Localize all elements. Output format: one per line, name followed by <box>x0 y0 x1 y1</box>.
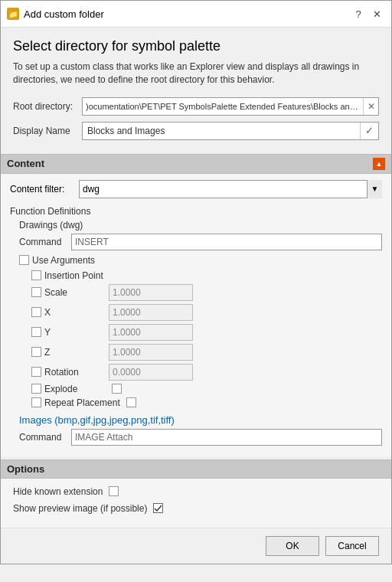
show-preview-row: Show preview image (if possible) <box>13 503 379 514</box>
ok-button[interactable]: OK <box>266 536 319 556</box>
hide-extension-row: Hide known extension <box>13 486 379 497</box>
filter-select[interactable]: dwg <box>79 180 382 198</box>
scale-label: Scale <box>44 287 106 298</box>
explode-checkbox[interactable] <box>31 384 41 394</box>
y-label: Y <box>44 327 106 338</box>
command-row: Command <box>19 234 382 250</box>
repeat-placement-value-checkbox[interactable] <box>126 397 136 407</box>
x-row: X <box>31 304 382 321</box>
explode-value-checkbox[interactable] <box>112 384 122 394</box>
page-title: Select directory for symbol palette <box>13 38 379 54</box>
rotation-label: Rotation <box>44 367 106 378</box>
content-filter-row: Content filter: dwg ▼ <box>10 180 382 198</box>
z-checkbox[interactable] <box>31 347 41 357</box>
content-section-body: Content filter: dwg ▼ Function Definitio… <box>1 174 391 456</box>
root-directory-clear-button[interactable]: ✕ <box>363 98 378 115</box>
y-input[interactable] <box>109 324 193 341</box>
cancel-button[interactable]: Cancel <box>325 536 379 556</box>
options-section-label: Options <box>7 463 44 475</box>
display-name-label: Display Name <box>13 126 82 136</box>
repeat-placement-checkbox[interactable] <box>31 397 41 407</box>
images-command-label: Command <box>19 432 71 443</box>
repeat-placement-label: Repeat Placement <box>44 397 120 408</box>
insertion-point-label: Insertion Point <box>44 270 106 281</box>
insertion-point-row: Insertion Point <box>31 270 382 281</box>
root-directory-input[interactable] <box>83 102 363 111</box>
options-section-header: Options <box>1 459 391 479</box>
repeat-placement-row: Repeat Placement <box>31 397 382 408</box>
hide-extension-checkbox[interactable] <box>109 486 119 496</box>
scale-input[interactable] <box>109 284 193 301</box>
content-section-header: Content <box>1 154 391 174</box>
content-section-toggle[interactable] <box>373 158 385 170</box>
z-input[interactable] <box>109 344 193 361</box>
rotation-row: Rotation <box>31 364 382 381</box>
images-command-input[interactable] <box>71 429 382 446</box>
show-preview-checkbox[interactable] <box>153 503 163 513</box>
show-preview-label: Show preview image (if possible) <box>13 503 147 514</box>
scale-checkbox[interactable] <box>31 287 41 297</box>
app-icon: 📁 <box>7 8 19 20</box>
explode-label: Explode <box>44 384 106 394</box>
window-title: Add custom folder <box>24 8 104 20</box>
hide-extension-label: Hide known extension <box>13 486 103 497</box>
display-name-check-icon: ✓ <box>360 123 378 139</box>
insertion-point-checkbox[interactable] <box>31 270 41 280</box>
explode-row: Explode <box>31 384 382 394</box>
content-area: Select directory for symbol palette To s… <box>1 28 391 154</box>
content-filter-label: Content filter: <box>10 184 79 195</box>
images-extensions: (bmp,gif,jpg,jpeg,png,tif,tiff) <box>54 414 175 426</box>
footer: OK Cancel <box>1 528 391 564</box>
images-command-row: Command <box>19 429 382 446</box>
content-section-label: Content <box>7 158 44 169</box>
y-row: Y <box>31 324 382 341</box>
use-arguments-label: Use Arguments <box>32 255 95 266</box>
drawings-label: Drawings (dwg) <box>19 220 382 231</box>
display-name-input[interactable] <box>83 126 360 136</box>
main-window: 📁 Add custom folder ? ✕ Select directory… <box>0 0 392 564</box>
z-label: Z <box>44 347 106 358</box>
x-checkbox[interactable] <box>31 307 41 317</box>
display-name-row: Display Name ✓ <box>13 122 379 140</box>
x-input[interactable] <box>109 304 193 321</box>
use-arguments-row: Use Arguments <box>19 255 382 266</box>
display-name-input-wrap: ✓ <box>82 122 379 140</box>
root-directory-row: Root directory: ✕ <box>13 97 379 116</box>
images-label: Images (bmp,gif,jpg,jpeg,png,tif,tiff) <box>19 414 382 426</box>
use-arguments-checkbox[interactable] <box>19 255 29 265</box>
filter-select-wrap: dwg ▼ <box>79 180 382 198</box>
options-section-body: Hide known extension Show preview image … <box>1 479 391 528</box>
root-directory-label: Root directory: <box>13 101 82 112</box>
command-input[interactable] <box>71 234 382 250</box>
rotation-input[interactable] <box>109 364 193 381</box>
command-label: Command <box>19 237 71 247</box>
y-checkbox[interactable] <box>31 327 41 337</box>
function-definitions-label: Function Definitions <box>10 206 382 217</box>
page-description: To set up a custom class that works like… <box>13 60 379 87</box>
check-mark-icon <box>154 504 162 512</box>
close-button[interactable]: ✕ <box>368 5 385 22</box>
title-bar: 📁 Add custom folder ? ✕ <box>1 1 391 28</box>
x-label: X <box>44 307 106 318</box>
images-label-text: Images <box>19 414 54 426</box>
z-row: Z <box>31 344 382 361</box>
help-button[interactable]: ? <box>350 5 367 22</box>
rotation-checkbox[interactable] <box>31 367 41 377</box>
scale-row: Scale <box>31 284 382 301</box>
root-directory-input-wrap: ✕ <box>82 97 379 116</box>
